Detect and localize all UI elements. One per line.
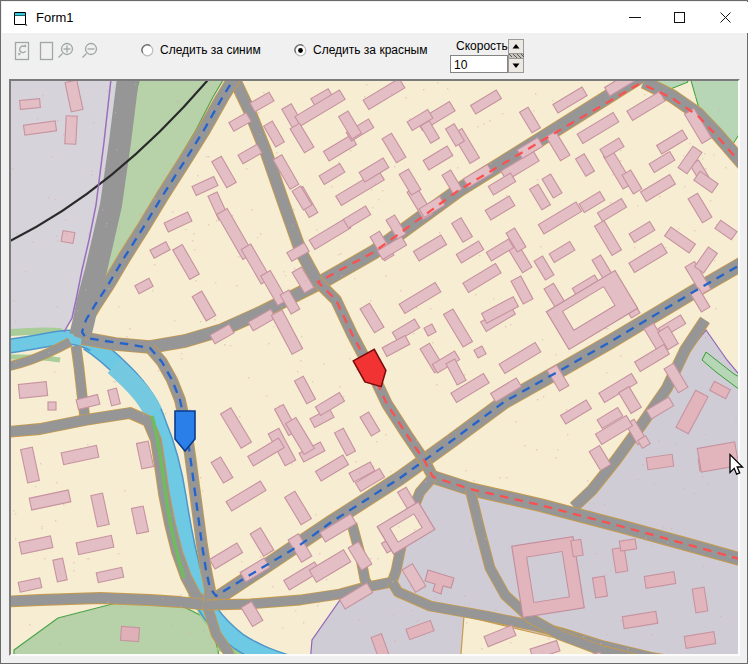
svg-text:Следить за красным: Следить за красным [313, 43, 427, 57]
svg-text:10: 10 [454, 58, 468, 72]
svg-text:Следить за синим: Следить за синим [160, 43, 261, 57]
svg-text:Скорость: Скорость [456, 39, 508, 53]
svg-text:Form1: Form1 [36, 10, 74, 25]
